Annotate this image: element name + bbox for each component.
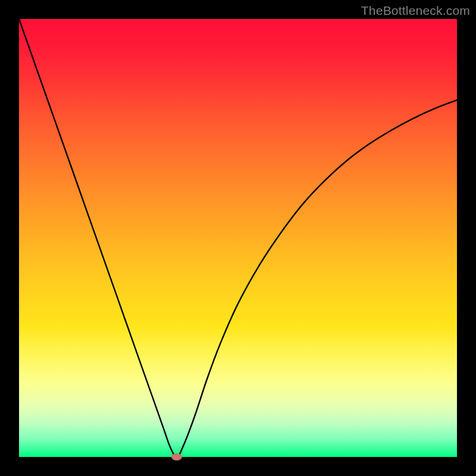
plot-area	[19, 19, 457, 457]
minimum-marker	[171, 453, 182, 461]
chart-frame: TheBottleneck.com	[0, 0, 476, 476]
watermark-text: TheBottleneck.com	[361, 4, 470, 18]
bottleneck-curve	[19, 19, 457, 457]
